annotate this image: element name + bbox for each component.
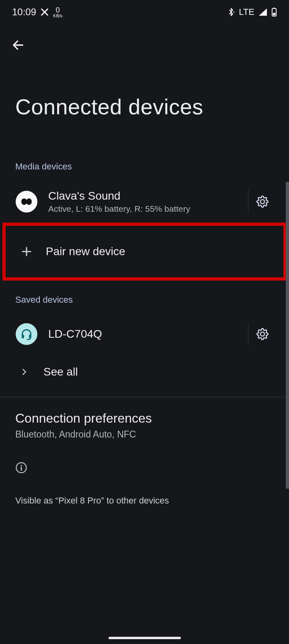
gear-icon: [256, 328, 269, 340]
battery-icon: [271, 7, 277, 17]
plus-icon: [18, 243, 35, 260]
chevron-right-icon: [15, 363, 33, 381]
connection-preferences-title: Connection preferences: [15, 411, 274, 426]
app-indicator-icon: [40, 8, 49, 17]
saved-device-name: LD-C704Q: [48, 328, 238, 341]
page-title: Connected devices: [0, 52, 289, 119]
svg-rect-3: [273, 13, 275, 15]
headphones-icon: [16, 323, 37, 345]
connection-preferences-subtitle: Bluetooth, Android Auto, NFC: [15, 429, 274, 440]
svg-point-5: [26, 198, 32, 205]
pair-new-device-row[interactable]: Pair new device: [6, 226, 283, 277]
media-device-row[interactable]: Clava's Sound Active, L: 61% battery, R:…: [0, 181, 289, 223]
visibility-text: Visible as “Pixel 8 Pro” to other device…: [0, 474, 289, 506]
status-bar-left: 10:09 0 KB/s: [12, 6, 62, 18]
media-device-status: Active, L: 61% battery, R: 55% battery: [48, 204, 238, 214]
section-saved-devices-label: Saved devices: [0, 281, 289, 314]
svg-point-0: [234, 12, 235, 13]
svg-rect-2: [273, 8, 275, 9]
data-rate-unit: KB/s: [53, 14, 62, 18]
data-rate-value: 0: [56, 6, 60, 14]
svg-point-10: [20, 465, 22, 466]
svg-rect-6: [22, 334, 24, 338]
info-row: [0, 440, 289, 474]
network-type-label: LTE: [239, 7, 254, 17]
scrollbar[interactable]: [286, 182, 289, 489]
saved-device-settings-button[interactable]: [248, 323, 276, 345]
see-all-label: See all: [43, 365, 276, 378]
status-bar: 10:09 0 KB/s LTE: [0, 0, 289, 24]
media-device-name: Clava's Sound: [48, 190, 238, 202]
media-device-settings-button[interactable]: [248, 190, 276, 214]
earbuds-icon: [16, 191, 37, 213]
saved-device-row[interactable]: LD-C704Q: [0, 314, 289, 354]
signal-icon: [258, 8, 267, 16]
gesture-bar: [109, 637, 181, 639]
svg-rect-7: [29, 334, 31, 338]
section-media-devices-label: Media devices: [0, 119, 289, 181]
pair-new-device-label: Pair new device: [46, 245, 273, 258]
data-rate-indicator: 0 KB/s: [53, 6, 62, 18]
see-all-row[interactable]: See all: [0, 354, 289, 390]
back-button[interactable]: [11, 38, 278, 52]
statusbar-time: 10:09: [12, 6, 36, 18]
bluetooth-icon: [228, 7, 235, 17]
pair-new-device-highlight: Pair new device: [2, 223, 287, 281]
svg-point-4: [21, 198, 27, 205]
gear-icon: [256, 196, 269, 208]
info-icon: [15, 462, 274, 474]
connection-preferences-row[interactable]: Connection preferences Bluetooth, Androi…: [0, 397, 289, 440]
status-bar-right: LTE: [228, 7, 277, 17]
